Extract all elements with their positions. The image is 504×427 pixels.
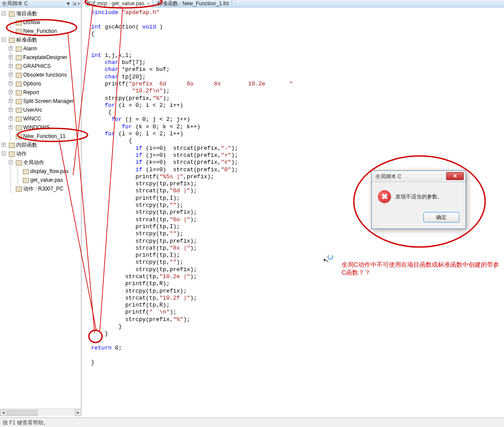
tree-item[interactable]: FaceplateDesigner [23, 54, 67, 60]
code-line: } [91, 330, 108, 337]
folder-icon [16, 90, 22, 95]
tree-item[interactable]: UserArc [23, 107, 42, 113]
code-line: strcpy(tp,prefix); [91, 180, 197, 187]
dialog-footer: 确定 [372, 208, 465, 229]
scroll-thumb[interactable] [7, 410, 38, 416]
expand-icon[interactable]: + [9, 108, 13, 112]
tab-bar: 测试.mcp : get_value.pas× 标准函数 : New_Funct… [82, 0, 504, 7]
code-token: ); [176, 259, 183, 265]
code-token: " \n" [149, 309, 170, 315]
file-icon [16, 20, 22, 25]
tree-node-standard-funcs[interactable]: 标准函数 [16, 37, 37, 43]
tree-item[interactable]: GRAPHICS [23, 63, 51, 69]
expand-icon[interactable]: + [9, 116, 13, 120]
folder-icon [16, 160, 22, 166]
code-token: return [91, 345, 112, 351]
code-token: (i = 0; i < 2; i++) [115, 102, 183, 109]
code-token: "" [169, 202, 176, 208]
tree-item[interactable]: display_flow.pas [30, 168, 68, 174]
tree-node-actions[interactable]: 动作 [16, 151, 27, 157]
tree-item[interactable]: Report [23, 89, 39, 95]
tab-newfunction1[interactable]: 标准函数 : New_Function_1.fct [155, 0, 232, 7]
collapse-icon[interactable]: − [2, 38, 6, 42]
code-token: strcpy(prefix, [91, 95, 152, 102]
code-token: 0; [112, 345, 122, 351]
code-token: tp[20]; [118, 74, 145, 80]
tree-item[interactable]: Obsolete functions [23, 72, 67, 78]
horizontal-scrollbar[interactable]: ◄ ► [0, 409, 81, 416]
code-token: ); [169, 309, 176, 315]
code-token: int [91, 52, 101, 59]
code-token: "#" [221, 159, 231, 166]
tree-item[interactable]: New_Function_11 [23, 133, 66, 139]
tree-node-internal-funcs[interactable]: 内部函数 [16, 142, 37, 148]
close-icon[interactable]: × [147, 1, 150, 6]
tree-item[interactable]: Disflow [23, 19, 40, 25]
expand-icon[interactable]: + [9, 73, 13, 77]
folder-icon [9, 38, 15, 43]
tree-node-global-actions[interactable]: 全局动作 [23, 159, 44, 166]
error-icon: ✖ [378, 190, 391, 203]
code-token: ); [231, 152, 238, 159]
tree-item[interactable]: WINCC [23, 116, 41, 122]
code-token: "10.2e |" [159, 273, 190, 280]
expand-icon[interactable]: + [9, 55, 13, 59]
code-token: int [91, 24, 101, 30]
code-token: (j==0) strcat(prefix, [142, 152, 221, 159]
code-line: { [91, 109, 112, 116]
collapse-icon[interactable]: − [2, 152, 6, 155]
code-token: for [91, 131, 115, 137]
code-token: "" [169, 230, 176, 237]
sidebar-title-buttons[interactable]: ▼ ⇲ × [66, 0, 80, 7]
code-token: "%" [152, 95, 162, 102]
tab-getvalue[interactable]: 测试.mcp : get_value.pas× [82, 0, 153, 7]
code-token: (k = 0; k < 2; k++) [132, 124, 201, 130]
code-token: "prefix 6d 6o 8x 10.2e " [129, 81, 293, 87]
code-token: for [91, 116, 122, 123]
close-button[interactable]: ✕ [446, 172, 464, 180]
tree-item[interactable]: 动作 : RJ007_PC [23, 186, 63, 192]
code-token: strcat(tp, [91, 187, 169, 194]
code-token: ); [190, 295, 197, 301]
tree-item[interactable]: Split Screen Manager [23, 98, 74, 104]
expand-icon[interactable]: + [9, 99, 13, 103]
collapse-icon[interactable]: − [2, 11, 6, 15]
code-token: "10.2f |" [159, 295, 190, 301]
folder-icon [16, 116, 22, 122]
code-token: for [91, 102, 115, 109]
tree-item[interactable]: WINDOWS [23, 124, 50, 131]
expand-icon[interactable]: + [2, 143, 6, 147]
code-line: strcpy(tp,prefix); [91, 288, 187, 294]
ok-button[interactable]: 确定 [423, 212, 459, 222]
scroll-right-icon[interactable]: ► [75, 409, 81, 416]
expand-icon[interactable]: + [9, 64, 13, 68]
code-token: ); [163, 95, 170, 102]
code-token: (i==0) strcat(prefix, [142, 145, 221, 152]
code-token: ); [190, 245, 197, 251]
code-token: strcat(tp, [91, 273, 159, 280]
tree-item[interactable]: get_value.pas [30, 177, 63, 183]
expand-icon[interactable]: + [9, 90, 13, 94]
folder-icon [9, 152, 15, 157]
code-token: if [91, 145, 142, 152]
collapse-icon[interactable]: − [9, 160, 13, 164]
code-token: "8x |" [169, 245, 190, 251]
code-line: printf(tp,R); [91, 302, 169, 308]
code-line: printf(tp,I); [91, 223, 180, 230]
dialog-title-text: 全局脚本 C [375, 173, 402, 180]
folder-icon [16, 73, 22, 78]
expand-icon[interactable]: + [9, 125, 13, 129]
dialog-title-bar[interactable]: 全局脚本 C ✕ [372, 171, 465, 182]
tree-item[interactable]: Options [23, 81, 41, 87]
tree-item[interactable]: New_Function [23, 28, 57, 34]
folder-icon [16, 81, 22, 87]
scroll-left-icon[interactable]: ◄ [0, 409, 7, 416]
code-token: strcpy(tp, [91, 259, 169, 265]
tree-item[interactable]: Alarm [23, 46, 37, 52]
code-token: "%5s |" [159, 173, 183, 180]
status-bar: 按 F1 键查看帮助。 [0, 417, 504, 427]
code-token: "0" [221, 166, 231, 173]
expand-icon[interactable]: + [9, 46, 13, 50]
expand-icon[interactable]: + [9, 81, 13, 85]
tree-node-project-funcs[interactable]: 项目函数 [16, 11, 37, 17]
